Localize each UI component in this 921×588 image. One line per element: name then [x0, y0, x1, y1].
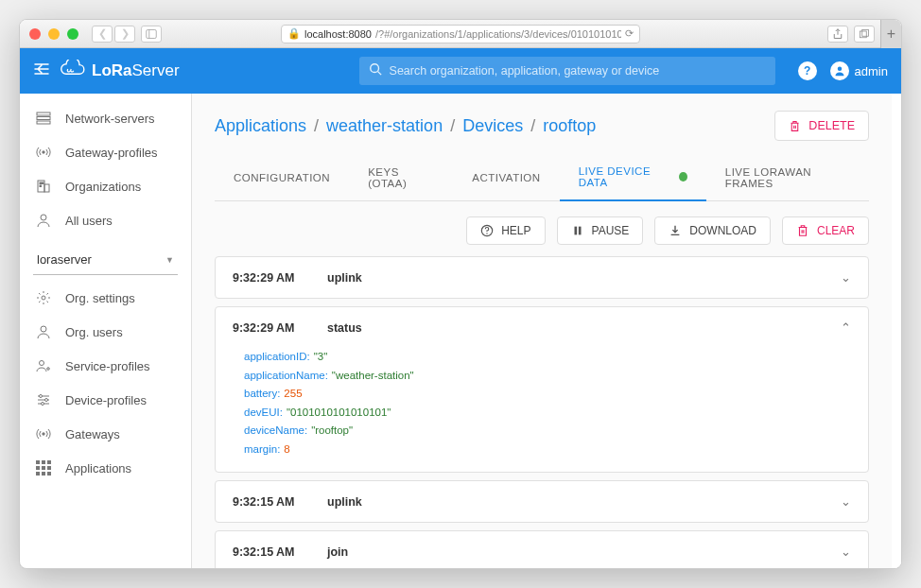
payload-key: deviceName: [244, 422, 307, 441]
sidebar-item-label: Organizations [65, 180, 141, 194]
brand-logo[interactable]: LoRaServer [60, 60, 180, 83]
svg-rect-30 [574, 227, 577, 235]
search-input[interactable] [390, 64, 766, 78]
nav-arrows: ❮ ❯ [92, 26, 135, 43]
toolbar: HELP PAUSE DOWNLOAD CLEAR [215, 216, 869, 245]
breadcrumb-link[interactable]: weather-station [326, 116, 443, 136]
svg-rect-12 [44, 184, 49, 192]
sidebar-item-gateway-profiles[interactable]: Gateway-profiles [20, 135, 191, 169]
sidebar-item-all-users[interactable]: All users [20, 203, 191, 237]
maximize-window-icon[interactable] [67, 28, 78, 40]
event-panel: 9:32:29 AMstatus⌃applicationID: "3"appli… [215, 306, 869, 473]
download-button[interactable]: DOWNLOAD [654, 216, 771, 245]
back-button[interactable]: ❮ [92, 26, 113, 43]
tab-configuration[interactable]: CONFIGURATION [215, 154, 349, 200]
event-header[interactable]: 9:32:15 AMjoin⌄ [216, 531, 868, 569]
event-panel: 9:32:15 AMuplink⌄ [215, 480, 869, 523]
breadcrumb-link[interactable]: Devices [462, 116, 523, 136]
event-type: uplink [327, 271, 362, 285]
sliders-icon [35, 392, 52, 407]
svg-rect-7 [37, 112, 50, 115]
trash-icon [789, 120, 801, 132]
share-button[interactable] [827, 26, 848, 43]
minimize-window-icon[interactable] [48, 28, 60, 40]
event-type: uplink [327, 495, 362, 509]
svg-point-10 [43, 151, 44, 153]
org-selector[interactable]: loraserver ▼ [33, 245, 178, 275]
help-icon[interactable]: ? [798, 61, 817, 80]
tab-activation[interactable]: ACTIVATION [453, 154, 559, 200]
svg-rect-3 [862, 29, 869, 36]
tab-live-device-data[interactable]: LIVE DEVICE DATA [560, 154, 706, 201]
payload-row: applicationName: "weather-station" [244, 367, 851, 386]
forward-button[interactable]: ❯ [114, 26, 135, 43]
menu-collapse-icon[interactable] [33, 62, 50, 79]
pause-button[interactable]: PAUSE [557, 216, 644, 245]
payload-key: applicationID: [244, 348, 310, 367]
sidebar-item-gateways[interactable]: Gateways [20, 417, 191, 451]
main-content: Applications/ weather-station/ Devices/ … [192, 94, 892, 569]
help-button[interactable]: HELP [466, 216, 545, 245]
url-host: localhost:8080 [304, 28, 372, 40]
sidebar-item-device-profiles[interactable]: Device-profiles [20, 383, 191, 417]
event-header[interactable]: 9:32:15 AMuplink⌄ [216, 481, 868, 522]
svg-rect-15 [40, 185, 42, 187]
delete-button[interactable]: DELETE [774, 111, 869, 141]
search-icon [369, 62, 382, 79]
global-search[interactable] [359, 57, 775, 85]
reload-icon[interactable]: ⟳ [625, 27, 634, 40]
download-icon [669, 224, 682, 237]
chevron-down-icon: ▼ [165, 255, 174, 265]
event-header[interactable]: 9:32:29 AMstatus⌃ [216, 307, 868, 348]
sidebar-item-network-servers[interactable]: Network-servers [20, 101, 191, 135]
chevron-up-icon: ⌃ [841, 320, 851, 335]
payload-value: "3" [314, 348, 328, 367]
sidebar-item-applications[interactable]: Applications [20, 451, 191, 485]
event-time: 9:32:15 AM [233, 545, 327, 559]
payload-value: "rooftop" [311, 422, 353, 441]
sidebar-item-service-profiles[interactable]: Service-profiles [20, 349, 191, 383]
event-header[interactable]: 9:32:29 AMuplink⌄ [216, 257, 868, 298]
mac-titlebar: ❮ ❯ 🔒 localhost:8080 /?#/organizations/1… [20, 20, 901, 48]
tab-keys[interactable]: KEYS (OTAA) [349, 154, 453, 200]
breadcrumb-row: Applications/ weather-station/ Devices/ … [215, 111, 869, 141]
close-window-icon[interactable] [29, 28, 41, 40]
sidebar-item-label: Applications [65, 461, 131, 476]
payload-value: "weather-station" [332, 367, 414, 386]
svg-point-27 [43, 433, 44, 435]
svg-rect-0 [147, 29, 157, 38]
svg-point-18 [41, 326, 46, 332]
user-icon [35, 213, 52, 228]
sidebar-item-org-users[interactable]: Org. users [20, 315, 191, 349]
event-payload: applicationID: "3"applicationName: "weat… [216, 348, 868, 472]
svg-point-16 [41, 215, 46, 220]
breadcrumb-link[interactable]: Applications [215, 116, 306, 136]
tab-live-lorawan-frames[interactable]: LIVE LORAWAN FRAMES [706, 154, 869, 200]
sidebar-item-label: Network-servers [65, 112, 155, 126]
clear-button[interactable]: CLEAR [782, 216, 869, 245]
svg-point-20 [47, 368, 49, 370]
antenna-icon [35, 145, 52, 160]
building-icon [35, 179, 52, 194]
payload-row: devEUI: "0101010101010101" [244, 404, 851, 423]
payload-row: margin: 8 [244, 441, 851, 459]
browser-window: ❮ ❯ 🔒 localhost:8080 /?#/organizations/1… [19, 19, 902, 569]
gear-icon [35, 290, 52, 305]
sidebar-toggle-button[interactable] [141, 26, 162, 43]
trash-icon [796, 224, 809, 237]
chevron-down-icon: ⌄ [841, 545, 851, 559]
user-menu[interactable]: admin [830, 61, 888, 80]
chevron-down-icon: ⌄ [841, 270, 851, 285]
tabs-button[interactable] [854, 26, 875, 43]
svg-rect-2 [860, 31, 867, 38]
sidebar-item-organizations[interactable]: Organizations [20, 169, 191, 203]
breadcrumb-link[interactable]: rooftop [543, 116, 596, 136]
scrollbar[interactable] [892, 94, 901, 569]
svg-rect-14 [43, 182, 44, 184]
user-gear-icon [35, 358, 52, 373]
svg-point-29 [486, 233, 487, 233]
new-tab-button[interactable]: + [880, 20, 901, 48]
svg-point-17 [42, 296, 45, 300]
address-bar[interactable]: 🔒 localhost:8080 /?#/organizations/1/app… [281, 25, 640, 43]
sidebar-item-org-settings[interactable]: Org. settings [20, 281, 191, 315]
